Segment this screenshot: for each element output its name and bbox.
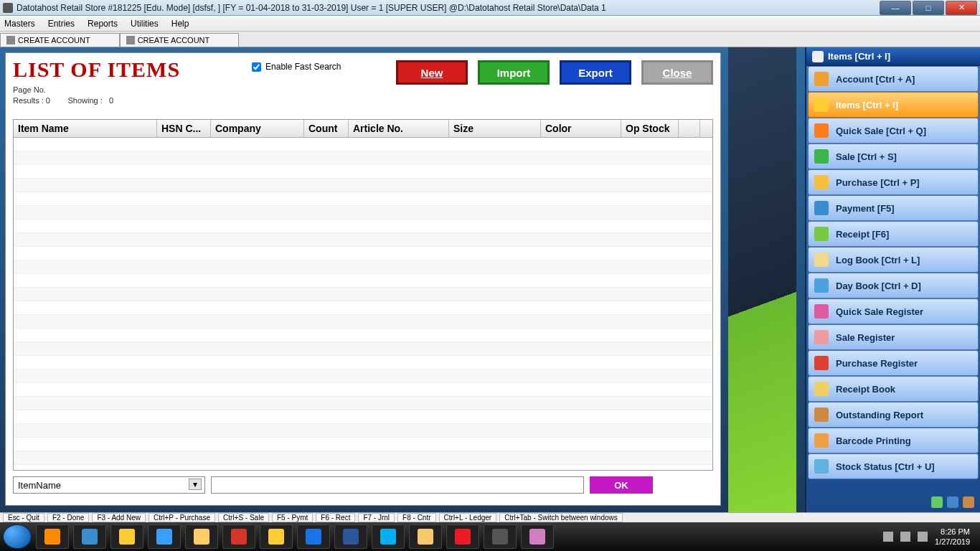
col-size[interactable]: Size [449, 120, 541, 137]
col-color[interactable]: Color [541, 120, 621, 137]
sidebar-item-purchase-register[interactable]: Purchase Register [808, 350, 979, 376]
menu-utilities[interactable]: Utilities [131, 19, 159, 29]
sidebar-title-icon [812, 51, 824, 62]
table-row [14, 397, 712, 410]
sidebar-item-sale-ctrl-s-[interactable]: Sale [Ctrl + S] [808, 143, 979, 169]
sidebar-icon [814, 227, 829, 241]
col-hsn-c-[interactable]: HSN C... [157, 120, 211, 137]
close-button[interactable]: Close [641, 60, 713, 85]
shortcut: Ctrl+Tab - Switch between windows [499, 513, 623, 522]
menu-masters[interactable]: Masters [4, 19, 35, 29]
shortcut: F6 - Rect [316, 513, 355, 522]
col-extra[interactable] [679, 120, 700, 137]
table-row [14, 192, 712, 206]
taskbar-app-10[interactable] [409, 524, 442, 549]
enable-fast-search[interactable]: Enable Fast Search [252, 62, 341, 72]
sidebar-item-label: Items [Ctrl + I] [836, 100, 898, 110]
table-row [14, 233, 712, 247]
taskbar-app-9[interactable] [372, 524, 405, 549]
fast-search-label: Enable Fast Search [265, 62, 341, 72]
menu-reports[interactable]: Reports [88, 19, 118, 29]
sidebar-item-label: Purchase Register [836, 358, 918, 369]
col-article-no-[interactable]: Article No. [349, 120, 449, 137]
sidebar-item-payment-f-[interactable]: Payment [F5] [808, 195, 979, 221]
grid-header: Item NameHSN C...CompanyCountArticle No.… [14, 120, 712, 138]
sidebar-item-items-ctrl-i-[interactable]: Items [Ctrl + I] [808, 92, 979, 118]
grid-body [14, 138, 712, 468]
menu-help[interactable]: Help [171, 19, 189, 29]
taskbar-app-2[interactable] [110, 524, 143, 549]
sidebar-item-purchase-ctrl-p-[interactable]: Purchase [Ctrl + P] [808, 169, 979, 195]
sidebar-item-quick-sale-ctrl-q-[interactable]: Quick Sale [Ctrl + Q] [808, 118, 979, 143]
sidebar-item-receipt-f-[interactable]: Receipt [F6] [808, 221, 979, 247]
sidebar-item-log-book-ctrl-l-[interactable]: Log Book [Ctrl + L] [808, 247, 979, 273]
taskbar-app-8[interactable] [334, 524, 367, 549]
new-button[interactable]: New [396, 60, 468, 85]
sidebar-item-label: Purchase [Ctrl + P] [836, 177, 920, 188]
col-company[interactable]: Company [211, 120, 304, 137]
footer-icon-2[interactable] [947, 496, 958, 508]
doctab-0[interactable]: CREATE ACCOUNT [0, 33, 120, 47]
sidebar-item-barcode-printing[interactable]: Barcode Printing [808, 428, 979, 453]
tray-network-icon[interactable] [900, 532, 910, 542]
sidebar-item-quick-sale-register[interactable]: Quick Sale Register [808, 298, 979, 324]
sidebar-item-account-ctrl-a-[interactable]: Account [Ctrl + A] [808, 66, 979, 92]
taskbar-app-5[interactable] [222, 524, 255, 549]
import-button[interactable]: Import [478, 60, 550, 85]
export-button[interactable]: Export [560, 60, 631, 85]
sidebar-icon [814, 382, 829, 396]
footer-icon-3[interactable] [963, 496, 974, 508]
ok-button[interactable]: OK [590, 476, 653, 494]
fast-search-checkbox[interactable] [252, 62, 261, 72]
col-op-stock[interactable]: Op Stock [621, 120, 679, 137]
table-row [14, 138, 712, 151]
table-row [14, 342, 712, 356]
taskbar-app-1[interactable] [73, 524, 106, 549]
sidebar-icon [814, 253, 829, 267]
sidebar-item-receipt-book[interactable]: Receipt Book [808, 376, 979, 402]
sidebar-footer [806, 492, 980, 512]
col-item-name[interactable]: Item Name [14, 120, 157, 137]
minimize-button[interactable]: — [880, 1, 911, 15]
search-input[interactable] [211, 476, 584, 494]
shortcut: F7 - Jrnl [358, 513, 395, 522]
window-close-button[interactable]: ✕ [946, 1, 977, 15]
taskbar-app-0[interactable] [36, 524, 69, 549]
taskbar-app-6[interactable] [260, 524, 293, 549]
taskbar-app-11[interactable] [446, 524, 479, 549]
tray-flag-icon[interactable] [883, 532, 893, 542]
maximize-button[interactable]: □ [913, 1, 944, 15]
tray-battery-icon[interactable] [918, 532, 928, 542]
table-row [14, 260, 712, 274]
sidebar-item-stock-status-ctrl-u-[interactable]: Stock Status [Ctrl + U] [808, 453, 979, 479]
taskbar-app-12[interactable] [484, 524, 517, 549]
sidebar-item-label: Sale [Ctrl + S] [836, 151, 897, 162]
menu-entries[interactable]: Entries [48, 19, 75, 29]
taskbar-app-13[interactable] [521, 524, 554, 549]
clock-time: 8:26 PM [935, 527, 970, 537]
start-button[interactable] [3, 524, 32, 549]
doctab-1[interactable]: CREATE ACCOUNT [120, 33, 240, 47]
table-row [14, 315, 712, 329]
showing-label: Showing : [67, 96, 102, 105]
footer-icon-1[interactable] [931, 496, 943, 508]
sidebar-item-label: Quick Sale Register [836, 306, 923, 317]
col-count[interactable]: Count [304, 120, 349, 137]
sidebar-item-day-book-ctrl-d-[interactable]: Day Book [Ctrl + D] [808, 273, 979, 298]
shortcut: F2 - Done [47, 513, 89, 522]
sidebar-item-outstanding-report[interactable]: Outstanding Report [808, 402, 979, 428]
taskbar-app-4[interactable] [185, 524, 218, 549]
shortcut: F3 - Add New [92, 513, 146, 522]
sidebar-item-label: Outstanding Report [836, 410, 923, 420]
sidebar-item-label: Day Book [Ctrl + D] [836, 281, 921, 291]
taskbar-app-3[interactable] [148, 524, 181, 549]
workspace: LIST OF ITEMS Page No. Results : 0 Showi… [0, 47, 980, 512]
sidebar-item-label: Receipt Book [836, 384, 895, 395]
sidebar-item-sale-register[interactable]: Sale Register [808, 324, 979, 350]
app-icon [3, 3, 13, 13]
search-field-combo[interactable]: ItemName [13, 476, 205, 494]
right-sidebar: Items [Ctrl + I] Account [Ctrl + A]Items… [805, 47, 980, 512]
table-row [14, 451, 712, 465]
shortcut-bar: Esc - QuitF2 - DoneF3 - Add NewCtrl+P - … [0, 512, 980, 522]
taskbar-app-7[interactable] [297, 524, 330, 549]
